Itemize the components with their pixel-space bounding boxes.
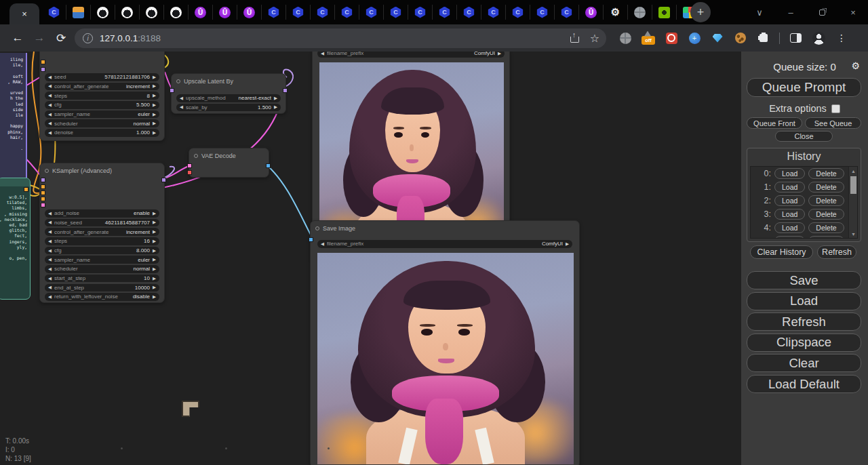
node-widget[interactable]: ◀ filename_prefix ComfyUI ▶ — [317, 240, 572, 248]
scroll-up-icon[interactable]: ▲ — [849, 167, 858, 175]
pinned-tab[interactable]: C — [310, 5, 334, 20]
decrement-arrow-icon[interactable]: ◀ — [48, 211, 52, 216]
node-widget[interactable]: ◀ sampler_name euler ▶ — [45, 110, 159, 119]
site-info-icon[interactable]: i — [83, 33, 93, 43]
vae-decode-node[interactable]: VAE Decode — [189, 148, 269, 178]
sidebar-button[interactable]: Refresh — [747, 312, 861, 331]
extension-gem[interactable] — [706, 34, 729, 43]
node-widget[interactable]: ◀ steps 16 ▶ — [45, 237, 159, 245]
pinned-tab[interactable]: C — [530, 5, 554, 20]
samples-input-slot[interactable] — [170, 88, 174, 93]
pinned-tab[interactable] — [652, 5, 676, 20]
pinned-tab[interactable]: ⚙ — [603, 5, 627, 20]
sidebar-button[interactable]: Load Default — [747, 375, 861, 393]
increment-arrow-icon[interactable]: ▶ — [153, 257, 156, 262]
output-slot[interactable] — [24, 187, 28, 192]
decrement-arrow-icon[interactable]: ◀ — [48, 294, 52, 300]
history-load-button[interactable]: Load — [774, 209, 805, 220]
tab-search-button[interactable]: ∨ — [746, 0, 773, 24]
reload-button[interactable]: ⟳ — [50, 31, 72, 45]
history-load-button[interactable]: Load — [774, 195, 805, 206]
browser-menu-button[interactable]: ⋮ — [830, 33, 853, 43]
scroll-down-icon[interactable]: ▼ — [849, 230, 858, 238]
samples-input-slot[interactable] — [187, 163, 192, 168]
address-bar[interactable]: i 127.0.0.1:8188 ☆ — [75, 28, 606, 48]
node-widget[interactable]: ◀ cfg 8.000 ▶ — [45, 247, 159, 255]
extension-off-badge[interactable]: off — [637, 32, 660, 45]
increment-arrow-icon[interactable]: ▶ — [566, 241, 569, 247]
history-load-button[interactable]: Load — [774, 182, 805, 193]
scrollbar-thumb[interactable] — [850, 176, 856, 194]
history-load-button[interactable]: Load — [774, 168, 805, 179]
pinned-tab[interactable] — [139, 5, 163, 20]
pinned-tab[interactable]: C — [42, 5, 66, 20]
node-widget[interactable]: ◀ filename_prefix ComfyUI ▶ — [317, 52, 505, 58]
increment-arrow-icon[interactable]: ▶ — [274, 104, 277, 110]
clear-history-button[interactable]: Clear History — [750, 245, 813, 259]
node-widget[interactable]: ◀ upscale_method nearest-exact ▶ — [176, 94, 281, 102]
increment-arrow-icon[interactable]: ▶ — [153, 276, 156, 281]
node-widget[interactable]: ◀ return_with_leftover_noise disable ▶ — [45, 293, 159, 301]
image-output-slot[interactable] — [266, 163, 271, 168]
latent-input-slot[interactable] — [41, 197, 45, 201]
back-button[interactable]: ← — [7, 31, 28, 45]
node-widget[interactable]: ◀ seed 578122121881706 ▶ — [45, 73, 159, 81]
extension-translate[interactable]: + — [683, 33, 706, 44]
history-delete-button[interactable]: Delete — [808, 222, 844, 233]
history-load-button[interactable]: Load — [774, 222, 805, 233]
node-widget[interactable]: ◀ sampler_name euler ▶ — [45, 256, 159, 264]
negative-prompt-node[interactable]: w:0.5], tilated, limbs, , missing , neck… — [0, 178, 31, 300]
node-widget[interactable]: ◀ steps 8 ▶ — [45, 92, 159, 100]
pinned-tab[interactable]: C — [359, 5, 383, 20]
pinned-tab[interactable]: C — [285, 5, 310, 20]
decrement-arrow-icon[interactable]: ◀ — [48, 130, 52, 136]
history-delete-button[interactable]: Delete — [808, 195, 844, 206]
pinned-tab[interactable]: Û — [237, 5, 261, 20]
latent-output-slot[interactable] — [283, 88, 288, 93]
node-widget[interactable]: ◀ start_at_step 10 ▶ — [45, 275, 159, 283]
increment-arrow-icon[interactable]: ▶ — [153, 211, 156, 216]
pinned-tab[interactable]: Û — [212, 5, 237, 20]
upscale-latent-node[interactable]: Upscale Latent By ◀ upscale_method neare… — [171, 73, 286, 114]
tab-close-icon[interactable]: × — [22, 9, 27, 19]
save-image-node[interactable]: Save Image ◀ filename_prefix ComfyUI ▶ — [310, 220, 580, 465]
decrement-arrow-icon[interactable]: ◀ — [48, 285, 52, 290]
decrement-arrow-icon[interactable]: ◀ — [321, 241, 324, 247]
decrement-arrow-icon[interactable]: ◀ — [180, 104, 183, 110]
increment-arrow-icon[interactable]: ▶ — [153, 130, 156, 136]
node-widget[interactable]: ◀ add_noise enable ▶ — [45, 209, 159, 218]
model-input-slot[interactable] — [41, 67, 45, 72]
increment-arrow-icon[interactable]: ▶ — [153, 121, 156, 126]
extra-options-checkbox[interactable] — [831, 104, 840, 113]
sidebar-button[interactable]: Clear — [747, 354, 861, 372]
model-input-slot[interactable] — [41, 178, 45, 182]
history-load-button[interactable]: Load — [774, 236, 805, 239]
node-widget[interactable]: ◀ noise_seed 462118145887707 ▶ — [45, 219, 159, 227]
minimize-button[interactable]: – — [777, 0, 804, 24]
pinned-tab[interactable]: C — [334, 5, 359, 20]
positive-prompt-node[interactable]: iling ile, soft , RAW, urved h the led s… — [0, 53, 27, 190]
increment-arrow-icon[interactable]: ▶ — [153, 220, 156, 225]
pinned-tab[interactable]: C — [408, 5, 432, 20]
pinned-tab[interactable]: C — [505, 5, 530, 20]
group-corner-marker[interactable] — [182, 401, 199, 417]
increment-arrow-icon[interactable]: ▶ — [153, 112, 156, 117]
decrement-arrow-icon[interactable]: ◀ — [180, 96, 183, 101]
pinned-tab[interactable]: C — [383, 5, 408, 20]
sidebar-button[interactable]: Save — [747, 271, 861, 289]
decrement-arrow-icon[interactable]: ◀ — [48, 229, 52, 235]
node-widget[interactable]: ◀ cfg 5.500 ▶ — [45, 101, 159, 109]
increment-arrow-icon[interactable]: ▶ — [153, 93, 156, 98]
pinned-tab[interactable]: C — [456, 5, 481, 20]
pinned-tab[interactable] — [90, 5, 115, 20]
pinned-tab[interactable] — [66, 5, 90, 20]
decrement-arrow-icon[interactable]: ◀ — [48, 257, 52, 262]
pinned-tab[interactable]: C — [481, 5, 505, 20]
collapse-dot-icon[interactable] — [45, 169, 49, 173]
vae-input-slot[interactable] — [187, 170, 192, 175]
extension-recorder[interactable] — [660, 33, 683, 44]
decrement-arrow-icon[interactable]: ◀ — [48, 276, 52, 281]
extensions-menu-button[interactable] — [752, 34, 775, 42]
decrement-arrow-icon[interactable]: ◀ — [48, 102, 52, 108]
history-delete-button[interactable]: Delete — [808, 168, 844, 179]
